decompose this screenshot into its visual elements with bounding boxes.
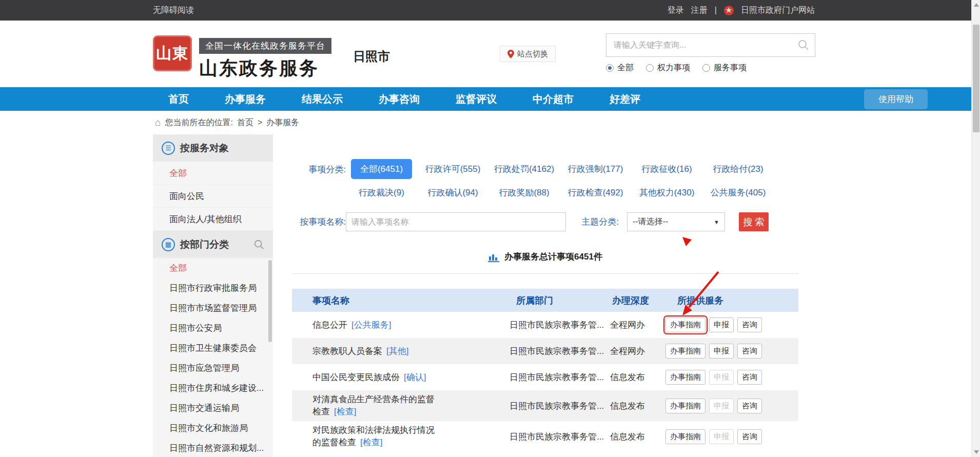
top-utility-bar: 无障碍阅读 登录 注册 | ★ 日照市政府门户网站	[0, 0, 980, 21]
dept-item[interactable]: 日照市公安局	[153, 318, 273, 338]
sidebar: ☰ 按服务对象 全部 面向公民 面向法人/其他组织 ▦ 按部门分类 全部 日照市…	[153, 134, 273, 457]
department-search-icon[interactable]	[253, 239, 265, 250]
scroll-down-icon[interactable]	[974, 450, 979, 454]
dept-item[interactable]: 日照市市场监督管理局	[153, 298, 273, 318]
consult-button[interactable]: 咨询	[737, 429, 762, 444]
dept-item[interactable]: 日照市应急管理局	[153, 358, 273, 378]
item-tag-link[interactable]: [其他]	[386, 346, 408, 356]
item-name-input[interactable]	[346, 212, 566, 231]
search-icon[interactable]	[797, 39, 810, 51]
scope-radio-all[interactable]: 全部	[606, 63, 634, 73]
nav-item-review[interactable]: 好差评	[610, 92, 640, 106]
dept-item[interactable]: 日照市文化和旅游局	[153, 418, 273, 438]
guide-button[interactable]: 办事指南	[665, 317, 705, 332]
item-depth: 信息发布	[610, 400, 661, 412]
logo-seal-text: 山東	[156, 43, 189, 64]
keyword-search-input[interactable]	[614, 41, 797, 50]
item-tag-link[interactable]: [公共服务]	[351, 320, 391, 330]
portal-link[interactable]: 日照市政府门户网站	[741, 5, 815, 16]
sidebar-item-legal-person[interactable]: 面向法人/其他组织	[153, 208, 273, 231]
breadcrumb: ⌂ 您当前所在的位置: 首页 > 办事服务	[155, 117, 299, 128]
breadcrumb-current[interactable]: 办事服务	[266, 117, 299, 128]
theme-filter-label: 主题分类:	[575, 216, 619, 228]
apply-button-disabled: 申报	[709, 399, 734, 413]
category-all[interactable]: 全部(6451)	[351, 159, 412, 179]
scope-radio-power[interactable]: 权力事项	[646, 63, 690, 73]
nav-item-consult[interactable]: 办事咨询	[379, 92, 420, 106]
national-emblem-icon: ★	[724, 6, 734, 15]
guide-button[interactable]: 办事指南	[665, 370, 705, 385]
help-button[interactable]: 使用帮助	[864, 89, 928, 109]
table-row: 对民族政策和法律法规执行情况的监督检查[检查] 日照市民族宗教事务管... 信息…	[292, 421, 798, 452]
register-link[interactable]: 注册	[691, 5, 708, 16]
page-scrollbar[interactable]	[971, 0, 980, 457]
site-switch-label: 站点切换	[517, 49, 548, 59]
dept-item[interactable]: 日照市交通运输局	[153, 398, 273, 418]
search-button[interactable]: 搜 索	[739, 212, 769, 231]
dept-item[interactable]: 日照市住房和城乡建设...	[153, 378, 273, 398]
item-depth: 全程网办	[610, 345, 661, 357]
apply-button-disabled: 申报	[709, 429, 734, 444]
section-title: 按部门分类	[180, 238, 229, 251]
guide-button[interactable]: 办事指南	[665, 344, 705, 359]
table-row: 宗教教职人员备案[其他] 日照市民族宗教事务管... 全程网办 办事指南 申报 …	[292, 338, 798, 364]
scrollbar-thumb[interactable]	[973, 25, 979, 132]
item-tag-link[interactable]: [确认]	[404, 372, 426, 382]
dept-item[interactable]: 日照市行政审批服务局	[153, 278, 273, 298]
login-link[interactable]: 登录	[668, 5, 684, 16]
item-name: 对清真食品生产经营条件的监督检查	[312, 394, 435, 416]
category-inspection[interactable]: 行政检查(492)	[568, 187, 623, 198]
scope-label: 服务事项	[714, 63, 747, 73]
sidebar-item-citizen[interactable]: 面向公民	[153, 185, 273, 208]
sidebar-scrollbar[interactable]	[268, 260, 272, 342]
breadcrumb-prefix: 您当前所在的位置:	[165, 117, 232, 128]
nav-item-intermediary[interactable]: 中介超市	[533, 92, 574, 106]
dept-item-all[interactable]: 全部	[153, 258, 273, 278]
nav-item-results[interactable]: 结果公示	[302, 92, 343, 106]
guide-button[interactable]: 办事指南	[665, 399, 705, 413]
nav-item-services[interactable]: 办事服务	[225, 92, 266, 106]
site-switch-button[interactable]: 站点切换	[500, 46, 556, 62]
logo-seal: 山東	[153, 35, 192, 71]
category-collection[interactable]: 行政征收(16)	[641, 163, 692, 175]
category-confirmation[interactable]: 行政确认(94)	[427, 187, 478, 198]
category-coercion[interactable]: 行政强制(177)	[568, 163, 623, 175]
keyword-search-box	[606, 33, 815, 57]
dept-item[interactable]: 日照市卫生健康委员会	[153, 338, 273, 358]
sidebar-section-department: ▦ 按部门分类	[153, 231, 273, 258]
scope-label: 全部	[617, 63, 634, 73]
sidebar-item-all[interactable]: 全部	[153, 162, 273, 185]
consult-button[interactable]: 咨询	[737, 317, 762, 332]
category-punishment[interactable]: 行政处罚(4162)	[494, 163, 554, 175]
dept-item[interactable]: 日照市自然资源和规划...	[153, 438, 273, 457]
department-list: 全部 日照市行政审批服务局 日照市市场监督管理局 日照市公安局 日照市卫生健康委…	[153, 258, 273, 457]
consult-button[interactable]: 咨询	[737, 399, 762, 413]
consult-button[interactable]: 咨询	[737, 344, 762, 359]
nav-item-home[interactable]: 首页	[168, 92, 189, 106]
breadcrumb-home-link[interactable]: 首页	[237, 117, 253, 128]
item-name: 信息公开	[312, 320, 347, 330]
table-header-row: 事项名称 所属部门 办理深度 所提供服务	[292, 289, 798, 312]
item-tag-link[interactable]: [检查]	[334, 407, 356, 416]
table-row: 对清真食品生产经营条件的监督检查[检查] 日照市民族宗教事务管... 信息发布 …	[292, 390, 798, 421]
nav-item-supervision[interactable]: 监督评议	[456, 92, 497, 106]
category-other-power[interactable]: 其他权力(430)	[639, 187, 695, 198]
site-header: 山東 全国一体化在线政务服务平台 山东政务服务 日照市 站点切换 全部	[0, 21, 980, 87]
consult-button[interactable]: 咨询	[737, 370, 762, 385]
accessibility-link[interactable]: 无障碍阅读	[153, 5, 194, 16]
theme-select[interactable]: --请选择-- ▼	[627, 212, 725, 231]
category-license[interactable]: 行政许可(555)	[425, 163, 481, 175]
category-payment[interactable]: 行政给付(23)	[713, 163, 763, 175]
scroll-up-icon[interactable]	[974, 3, 979, 7]
apply-button[interactable]: 申报	[709, 317, 734, 332]
category-public-service[interactable]: 公共服务(405)	[711, 187, 766, 198]
category-reward[interactable]: 行政奖励(88)	[499, 187, 549, 198]
scope-radio-service[interactable]: 服务事项	[702, 63, 747, 73]
scope-label: 权力事项	[657, 63, 690, 73]
item-tag-link[interactable]: [检查]	[360, 438, 382, 447]
guide-button[interactable]: 办事指南	[665, 429, 705, 444]
apply-button[interactable]: 申报	[709, 344, 734, 359]
item-department: 日照市民族宗教事务管...	[505, 371, 610, 383]
bar-chart-icon	[488, 252, 499, 262]
category-adjudication[interactable]: 行政裁决(9)	[359, 187, 404, 198]
